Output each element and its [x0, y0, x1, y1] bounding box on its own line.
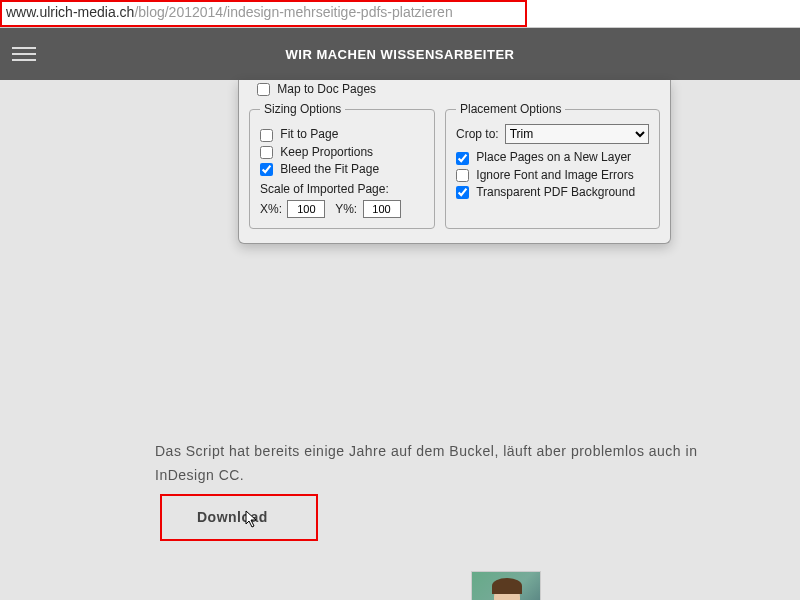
fit-to-page-input[interactable] [260, 129, 273, 142]
download-link[interactable]: Download [197, 509, 268, 525]
new-layer-label: Place Pages on a New Layer [476, 150, 631, 164]
x-percent-label: X%: [260, 202, 282, 216]
keep-proportions-checkbox[interactable]: Keep Proportions [260, 145, 424, 159]
y-percent-input[interactable] [363, 200, 401, 218]
ignore-errors-input[interactable] [456, 169, 469, 182]
y-percent-label: Y%: [335, 202, 357, 216]
bleed-fit-input[interactable] [260, 163, 273, 176]
x-percent-input[interactable] [287, 200, 325, 218]
crop-to-select[interactable]: Trim [505, 124, 649, 144]
fit-to-page-checkbox[interactable]: Fit to Page [260, 127, 424, 141]
author-photo [471, 571, 541, 600]
placement-options-group: Placement Options Crop to: Trim Place Pa… [445, 102, 660, 229]
transparent-bg-input[interactable] [456, 186, 469, 199]
page-body: Map to Doc Pages Sizing Options Fit to P… [0, 80, 800, 600]
map-to-doc-input[interactable] [257, 83, 270, 96]
author-card[interactable]: Haeme Ulrich [471, 571, 541, 600]
fit-to-page-label: Fit to Page [280, 127, 338, 141]
map-to-doc-label: Map to Doc Pages [277, 82, 376, 96]
map-to-doc-checkbox[interactable]: Map to Doc Pages [257, 82, 376, 96]
sizing-legend: Sizing Options [260, 102, 345, 116]
bleed-fit-label: Bleed the Fit Page [280, 162, 379, 176]
scale-label: Scale of Imported Page: [260, 182, 424, 196]
hamburger-icon[interactable] [12, 42, 36, 66]
indesign-dialog: Map to Doc Pages Sizing Options Fit to P… [238, 80, 671, 244]
ignore-errors-checkbox[interactable]: Ignore Font and Image Errors [456, 168, 649, 182]
url-host: www.ulrich-media.ch [6, 4, 134, 20]
crop-to-label: Crop to: [456, 127, 499, 141]
site-tagline: WIR MACHEN WISSENSARBEITER [0, 47, 800, 62]
url-path: /blog/2012014/indesign-mehrseitige-pdfs-… [134, 4, 452, 20]
bleed-fit-checkbox[interactable]: Bleed the Fit Page [260, 162, 424, 176]
keep-proportions-label: Keep Proportions [280, 145, 373, 159]
new-layer-input[interactable] [456, 152, 469, 165]
sizing-options-group: Sizing Options Fit to Page Keep Proporti… [249, 102, 435, 229]
ignore-errors-label: Ignore Font and Image Errors [476, 168, 633, 182]
keep-proportions-input[interactable] [260, 146, 273, 159]
top-nav: WIR MACHEN WISSENSARBEITER [0, 28, 800, 80]
address-bar[interactable]: www.ulrich-media.ch/blog/2012014/indesig… [0, 0, 800, 28]
transparent-bg-label: Transparent PDF Background [476, 185, 635, 199]
article-paragraph: Das Script hat bereits einige Jahre auf … [155, 440, 725, 488]
placement-legend: Placement Options [456, 102, 565, 116]
new-layer-checkbox[interactable]: Place Pages on a New Layer [456, 150, 649, 164]
transparent-bg-checkbox[interactable]: Transparent PDF Background [456, 185, 649, 199]
